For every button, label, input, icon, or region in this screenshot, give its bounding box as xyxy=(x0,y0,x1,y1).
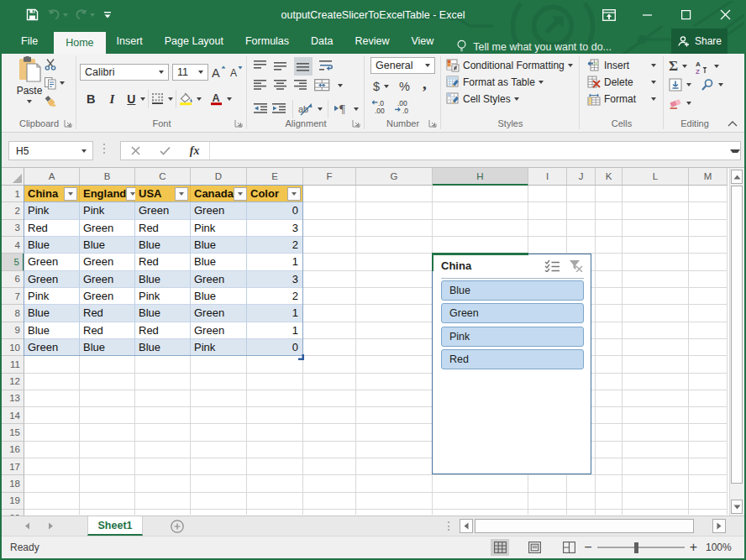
collapse-ribbon-button[interactable] xyxy=(728,120,738,127)
select-all-corner[interactable] xyxy=(2,168,24,186)
accounting-format-dropdown-icon[interactable] xyxy=(384,85,389,88)
column-header-M[interactable]: M xyxy=(689,168,728,186)
tab-formulas[interactable]: Formulas xyxy=(234,29,300,54)
table-cell[interactable]: Green xyxy=(191,202,247,219)
formula-bar-resize-handle[interactable] xyxy=(103,144,105,154)
scroll-right-button[interactable] xyxy=(712,519,726,533)
clear-button[interactable] xyxy=(669,97,682,110)
row-header-8[interactable]: 8 xyxy=(2,305,24,322)
orientation-button[interactable]: ab xyxy=(298,102,314,116)
format-as-table-button[interactable]: Format as Table xyxy=(446,76,544,89)
table-cell[interactable]: Blue xyxy=(24,322,80,339)
filter-dropdown-button[interactable] xyxy=(234,187,247,201)
filter-dropdown-button[interactable] xyxy=(287,187,301,201)
slicer-china[interactable]: China BlueGreenPinkRed xyxy=(432,254,591,474)
text-direction-button[interactable]: ¶ xyxy=(334,102,350,116)
column-header-D[interactable]: D xyxy=(191,168,247,186)
row-header-14[interactable]: 14 xyxy=(2,407,24,424)
font-color-dropdown-icon[interactable] xyxy=(227,97,232,101)
slicer-multiselect-icon[interactable] xyxy=(544,259,560,272)
table-cell[interactable]: Green xyxy=(191,271,247,288)
slicer-item-red[interactable]: Red xyxy=(441,349,584,369)
autosum-button[interactable]: Σ xyxy=(669,58,678,75)
table-cell[interactable]: 1 xyxy=(247,305,303,322)
table-cell[interactable]: Green xyxy=(135,202,191,219)
scroll-left-button[interactable] xyxy=(460,519,473,533)
table-cell[interactable]: Red xyxy=(24,220,80,237)
table-cell[interactable]: Green xyxy=(24,339,80,356)
comma-style-button[interactable]: , xyxy=(423,76,427,92)
increase-font-size-button[interactable]: A xyxy=(212,64,227,81)
table-cell[interactable]: 3 xyxy=(247,271,303,288)
underline-button[interactable]: U xyxy=(127,92,135,106)
fill-dropdown-icon[interactable] xyxy=(686,83,691,86)
tab-review[interactable]: Review xyxy=(344,29,400,54)
table-cell[interactable]: Red xyxy=(135,254,191,270)
column-header-C[interactable]: C xyxy=(135,168,191,186)
row-header-6[interactable]: 6 xyxy=(2,271,24,288)
redo-button[interactable] xyxy=(71,6,90,24)
copy-dropdown-icon[interactable] xyxy=(60,81,65,85)
table-cell[interactable]: Blue xyxy=(135,339,191,356)
slicer-item-blue[interactable]: Blue xyxy=(441,280,584,301)
accounting-format-button[interactable]: $ xyxy=(373,80,380,93)
row-header-5[interactable]: 5 xyxy=(2,254,24,270)
copy-icon[interactable] xyxy=(44,76,57,90)
cut-icon[interactable] xyxy=(44,58,57,71)
enter-icon[interactable] xyxy=(160,146,171,155)
tell-me-box[interactable]: Tell me what you want to do... xyxy=(456,39,612,54)
borders-button[interactable] xyxy=(151,92,165,106)
underline-dropdown-icon[interactable] xyxy=(140,97,145,101)
orientation-dropdown-icon[interactable] xyxy=(318,107,323,111)
row-header-1[interactable]: 1 xyxy=(2,186,24,202)
bottom-align-button[interactable] xyxy=(294,57,313,76)
new-sheet-button[interactable] xyxy=(171,520,184,533)
minimize-button[interactable] xyxy=(628,1,667,29)
column-header-J[interactable]: J xyxy=(567,168,596,186)
filter-dropdown-button[interactable] xyxy=(64,187,77,201)
scroll-down-button[interactable] xyxy=(731,500,743,514)
undo-dropdown-icon[interactable] xyxy=(63,13,68,17)
align-left-button[interactable] xyxy=(254,79,267,92)
table-cell[interactable]: Blue xyxy=(191,288,247,305)
next-sheet-button[interactable] xyxy=(48,522,54,530)
table-cell[interactable]: Green xyxy=(24,254,80,270)
column-header-K[interactable]: K xyxy=(596,168,623,186)
sort-filter-dropdown-icon[interactable] xyxy=(714,65,719,68)
center-button[interactable] xyxy=(274,79,287,92)
column-header-L[interactable]: L xyxy=(623,168,689,186)
row-header-18[interactable]: 18 xyxy=(2,475,24,492)
row-header-11[interactable]: 11 xyxy=(2,356,24,373)
undo-button[interactable] xyxy=(45,6,63,24)
row-header-4[interactable]: 4 xyxy=(2,237,24,254)
delete-cells-button[interactable]: Delete xyxy=(587,76,656,89)
zoom-slider-thumb[interactable] xyxy=(634,542,638,553)
column-header-G[interactable]: G xyxy=(356,168,433,186)
sheet-tab-sheet1[interactable]: Sheet1 xyxy=(87,516,143,536)
horizontal-scroll-thumb[interactable] xyxy=(475,519,694,533)
increase-indent-button[interactable] xyxy=(272,102,287,116)
row-header-17[interactable]: 17 xyxy=(2,458,24,475)
share-button[interactable]: Share xyxy=(671,29,728,54)
fill-color-button[interactable] xyxy=(179,92,194,106)
align-right-button[interactable] xyxy=(294,79,307,92)
percent-style-button[interactable]: % xyxy=(399,80,410,93)
zoom-out-button[interactable]: − xyxy=(584,541,591,554)
row-header-20[interactable]: 20 xyxy=(2,510,24,516)
zoom-percentage[interactable]: 100% xyxy=(706,542,731,553)
close-button[interactable] xyxy=(706,1,744,29)
number-dialog-launcher[interactable] xyxy=(428,119,437,128)
table-cell[interactable]: Red xyxy=(80,305,135,322)
table-cell[interactable]: Blue xyxy=(135,271,191,288)
table-cell[interactable]: Green xyxy=(191,305,247,322)
column-header-B[interactable]: B xyxy=(80,168,135,186)
decrease-indent-button[interactable] xyxy=(254,102,269,116)
table-cell[interactable]: Green xyxy=(80,288,135,305)
row-header-15[interactable]: 15 xyxy=(2,424,24,441)
zoom-slider[interactable] xyxy=(597,547,685,548)
text-direction-dropdown-icon[interactable] xyxy=(354,107,359,111)
merge-center-button[interactable] xyxy=(314,79,331,92)
merge-center-dropdown-icon[interactable] xyxy=(338,84,343,87)
top-align-button[interactable] xyxy=(254,60,267,73)
table-cell[interactable]: Blue xyxy=(80,237,135,254)
